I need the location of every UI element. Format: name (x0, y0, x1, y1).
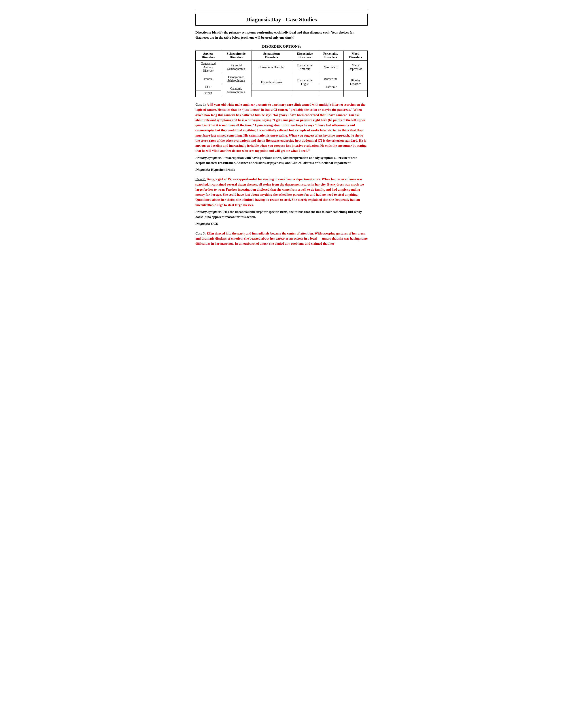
cell-phobia: Phobia (195, 74, 221, 84)
cell-dissociative-fugue: DissociativeFugue (292, 74, 318, 90)
case-3-label: Case 3 (195, 232, 205, 235)
cell-empty-soma (251, 90, 292, 97)
cell-narcissistic: Narcissistic (318, 61, 343, 74)
diagnosis-label-1: Diagnosis: (195, 168, 210, 171)
case-3-last-line: difficulties in her marriage. In an outb… (195, 241, 368, 246)
top-divider (195, 9, 368, 9)
cell-empty-pers (318, 90, 343, 97)
case-1-paragraph: Case 1: A 45-year-old white male enginee… (195, 102, 368, 154)
cell-hypochondriasis: Hypochondriasis (251, 74, 292, 90)
col-header-personality: PersonalityDisorders (318, 51, 343, 61)
col-header-mood: MoodDisorders (344, 51, 368, 61)
cell-empty-mood (344, 90, 368, 97)
case-2-paragraph: Case 2: Betty, a girl of 15, was apprehe… (195, 177, 368, 208)
cell-bipolar: BipolarDisorder (344, 74, 368, 90)
diagnosis-label-2: Diagnosis: (195, 222, 210, 225)
case-3-paragraph: Case 3: Ellen danced into the party and … (195, 231, 368, 241)
case-1-block: Case 1: A 45-year-old white male enginee… (195, 102, 368, 172)
disorder-options-table: AnxietyDisorders SchizophrenicDisorders … (195, 51, 368, 97)
case-3-narrative-cont: umors that she was having some (322, 236, 368, 241)
case-3-block: Case 3: Ellen danced into the party and … (195, 231, 368, 246)
table-row: GeneralizedAnxietyDisorder ParanoidSchiz… (195, 61, 368, 74)
case-2-diagnosis-text: OCD (211, 222, 218, 225)
case-1-symptoms-line: Primary Symptoms: Preoccupation with hav… (195, 155, 368, 166)
case-2-label: Case 2 (195, 177, 205, 181)
case-1-narrative: A 45-year-old white male engineer presen… (195, 103, 367, 152)
table-section-title: DISORDER OPTIONS: (195, 44, 368, 49)
cell-dissociative-amnesia: DissociativeAmnesia (292, 61, 318, 74)
case-1-diagnosis-line: Diagnosis: Hypochondriasis (195, 167, 368, 172)
cell-histrionic: Histrionic (318, 84, 343, 90)
cell-empty-diss (292, 90, 318, 97)
cell-paranoid-schizo: ParanoidSchizophrenia (221, 61, 251, 74)
col-header-anxiety: AnxietyDisorders (195, 51, 221, 61)
case-1-diagnosis-text: Hypochondriasis (211, 168, 235, 171)
cell-conversion: Conversion Disorder (251, 61, 292, 74)
directions-text: Directions: Identify the primary symptom… (195, 30, 368, 40)
cell-major-depression: MajorDepression (344, 61, 368, 74)
case-3-narrative-end: difficulties in her marriage. In an outb… (195, 242, 334, 245)
case-2-symptoms-line: Primary Symptoms: Has the uncontrollable… (195, 209, 368, 220)
cell-generalized-anxiety: GeneralizedAnxietyDisorder (195, 61, 221, 74)
primary-symptoms-label-2: Primary Symptoms: (195, 210, 222, 214)
page-title: Diagnosis Day - Case Studies (195, 14, 368, 26)
cell-ocd: OCD (195, 84, 221, 90)
cell-disorganized-schizo: DisorganizedSchizophrenia (221, 74, 251, 84)
col-header-schizophrenic: SchizophrenicDisorders (221, 51, 251, 61)
case-1-label: Case 1 (195, 103, 205, 106)
col-header-somatoform: SomatoformDisorders (251, 51, 292, 61)
case-2-narrative: Betty, a girl of 15, was apprehended for… (195, 177, 364, 206)
case-2-block: Case 2: Betty, a girl of 15, was apprehe… (195, 177, 368, 226)
cell-catatonic-schizo: CatatonicSchizophrenia (221, 84, 251, 97)
cell-borderline: Borderline (318, 74, 343, 84)
primary-symptoms-label-1: Primary Symptoms: (195, 156, 222, 159)
cell-ptsd: PTSD (195, 90, 221, 97)
case-2-diagnosis-line: Diagnosis: OCD (195, 221, 368, 226)
table-row: Phobia DisorganizedSchizophrenia Hypocho… (195, 74, 368, 84)
col-header-dissociative: DissociativeDisorders (292, 51, 318, 61)
